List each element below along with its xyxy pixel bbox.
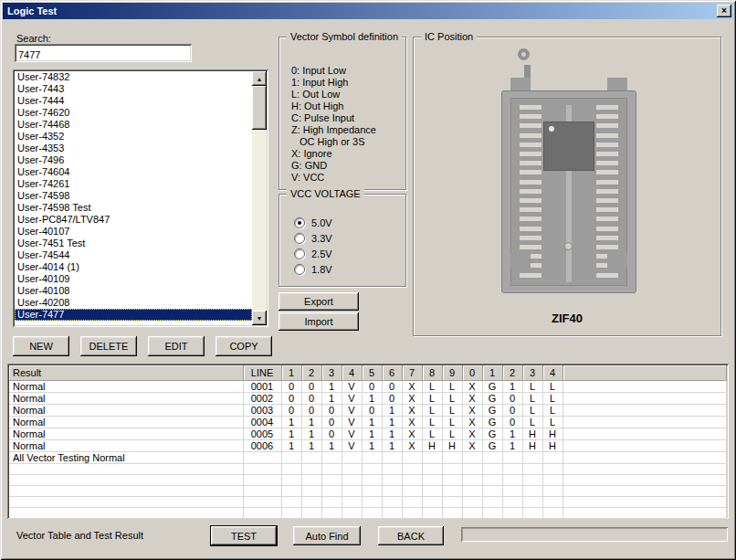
device-list-item[interactable]: User-7444 bbox=[15, 95, 252, 107]
device-list-item[interactable]: User-40107 bbox=[15, 226, 252, 238]
pin-cell: G bbox=[482, 428, 502, 439]
delete-button[interactable]: DELETE bbox=[80, 336, 137, 356]
pin-cell: 1 bbox=[281, 439, 301, 451]
vector-table-row[interactable]: Normal0006111V11XHHXG1HH bbox=[9, 439, 727, 451]
vector-symbol-line: 0: Input Low bbox=[291, 65, 376, 77]
pin-cell bbox=[362, 485, 382, 496]
close-button[interactable]: × bbox=[717, 5, 731, 17]
vector-table-row[interactable]: Normal0003000V01XLLXG0LL bbox=[9, 404, 727, 416]
import-button[interactable]: Import bbox=[279, 312, 359, 331]
vector-table-row[interactable] bbox=[9, 463, 727, 474]
device-list-item[interactable]: User-7443 bbox=[15, 83, 252, 95]
pin-cell bbox=[442, 474, 462, 485]
copy-button[interactable]: COPY bbox=[216, 336, 272, 356]
pin-cell bbox=[382, 463, 402, 474]
device-list-item[interactable]: User-4353 bbox=[15, 143, 252, 154]
vcc-option[interactable]: 3.3V bbox=[294, 230, 332, 246]
back-button[interactable]: BACK bbox=[378, 526, 444, 545]
device-list-item[interactable]: User-74604 bbox=[15, 166, 252, 178]
result-column-header: Result bbox=[9, 365, 243, 380]
vcc-option-label: 3.3V bbox=[311, 233, 332, 244]
pin-cell: X bbox=[402, 404, 422, 416]
pin-cell: 0 bbox=[321, 404, 342, 416]
scroll-up-button[interactable]: ▲ bbox=[252, 71, 267, 86]
vector-table-row[interactable]: Normal0004110V11XLLXG0LL bbox=[9, 416, 727, 428]
pin-cell: 1 bbox=[301, 416, 321, 428]
vector-symbol-group-title: Vector Symbol definition bbox=[287, 31, 402, 42]
vector-table-row[interactable] bbox=[9, 496, 727, 507]
export-button[interactable]: Export bbox=[279, 292, 359, 311]
pin-cell bbox=[342, 463, 362, 474]
pin-cell bbox=[342, 496, 362, 507]
device-list-item[interactable]: User-7451 Test bbox=[15, 238, 252, 249]
radio-button-icon[interactable] bbox=[294, 217, 305, 228]
list-scrollbar[interactable]: ▲ ▼ bbox=[252, 71, 267, 325]
line-cell bbox=[243, 485, 281, 496]
search-input[interactable] bbox=[15, 44, 192, 62]
pin-cell: X bbox=[402, 416, 422, 428]
vector-table-row[interactable]: Normal0002001V10XLLXG0LL bbox=[9, 392, 727, 404]
device-listbox[interactable]: User-74832User-7443User-7444User-74620Us… bbox=[13, 69, 268, 327]
result-cell bbox=[9, 507, 243, 518]
pin-cell: X bbox=[402, 439, 422, 451]
vcc-option[interactable]: 1.8V bbox=[294, 261, 332, 277]
pin-cell: X bbox=[402, 380, 422, 392]
device-list-item[interactable]: User-7496 bbox=[15, 154, 252, 166]
pin-cell bbox=[362, 496, 382, 507]
test-button[interactable]: TEST bbox=[211, 526, 277, 545]
vector-table-row[interactable]: All Vector Testing Normal bbox=[9, 451, 727, 463]
device-list-item[interactable]: User-74598 bbox=[15, 190, 252, 202]
pin-cell bbox=[402, 451, 422, 463]
device-list-item[interactable]: User-PC847/LTV847 bbox=[15, 214, 252, 226]
pin-cell bbox=[281, 451, 301, 463]
radio-button-icon[interactable] bbox=[294, 248, 305, 259]
logic-test-window: Logic Test × Search: User-74832User-7443… bbox=[0, 0, 736, 560]
new-button[interactable]: NEW bbox=[13, 336, 69, 356]
vector-table-row[interactable] bbox=[9, 507, 727, 518]
device-list-item[interactable]: User-40109 bbox=[15, 273, 252, 285]
line-cell: 0005 bbox=[243, 428, 281, 439]
device-list-item[interactable]: User-74598 Test bbox=[15, 202, 252, 214]
line-cell bbox=[243, 474, 281, 485]
vector-table-row[interactable]: Normal0005110V11XLLXG1HH bbox=[9, 428, 727, 439]
pin-cell bbox=[542, 474, 563, 485]
device-list-item[interactable]: User-74261 bbox=[15, 178, 252, 190]
pin-cell: L bbox=[442, 392, 462, 404]
scrollbar-thumb[interactable] bbox=[252, 86, 267, 130]
device-list-item[interactable]: User-40208 bbox=[15, 297, 252, 309]
pin-cell: 0 bbox=[321, 428, 342, 439]
device-list-item[interactable]: User-74544 bbox=[15, 249, 252, 261]
radio-button-icon[interactable] bbox=[294, 233, 305, 244]
pin-cell: G bbox=[482, 404, 502, 416]
vcc-option[interactable]: 2.5V bbox=[294, 246, 332, 261]
vector-table: Result LINE 12345678901234 Normal0001001… bbox=[9, 365, 727, 519]
device-list-item[interactable]: User-40108 bbox=[15, 285, 252, 297]
radio-button-icon[interactable] bbox=[294, 264, 305, 275]
device-list-item[interactable]: User-74620 bbox=[15, 107, 252, 119]
titlebar[interactable]: Logic Test × bbox=[3, 3, 733, 19]
pin-column-header: 0 bbox=[462, 365, 482, 380]
pin-cell bbox=[522, 496, 542, 507]
vector-table-row[interactable] bbox=[9, 485, 727, 496]
vcc-voltage-group: VCC VOLTAGE 5.0V3.3V2.5V1.8V bbox=[279, 194, 406, 287]
pin-cell: G bbox=[482, 439, 502, 451]
vector-table-row[interactable] bbox=[9, 474, 727, 485]
device-list-item[interactable]: User-7477 bbox=[15, 309, 252, 321]
device-list-item[interactable]: User-74468 bbox=[15, 119, 252, 131]
pin-cell: 0 bbox=[301, 392, 321, 404]
result-cell: Normal bbox=[9, 439, 243, 451]
device-list-item[interactable]: User-4352 bbox=[15, 131, 252, 143]
pin-cell bbox=[382, 474, 402, 485]
device-list-item[interactable]: User-4014 (1) bbox=[15, 261, 252, 273]
vector-table-row[interactable]: Normal0001001V00XLLXG1LL bbox=[9, 380, 727, 392]
scroll-down-button[interactable]: ▼ bbox=[252, 311, 267, 325]
auto-find-button[interactable]: Auto Find bbox=[293, 526, 361, 545]
search-label: Search: bbox=[16, 33, 51, 44]
pin-cell: G bbox=[482, 392, 502, 404]
device-list-item[interactable]: User-74832 bbox=[15, 71, 252, 83]
pin-cell: L bbox=[542, 392, 563, 404]
pin-cell: H bbox=[422, 439, 442, 451]
vcc-option[interactable]: 5.0V bbox=[294, 215, 332, 230]
filler-cell bbox=[563, 451, 727, 463]
edit-button[interactable]: EDIT bbox=[148, 336, 205, 356]
